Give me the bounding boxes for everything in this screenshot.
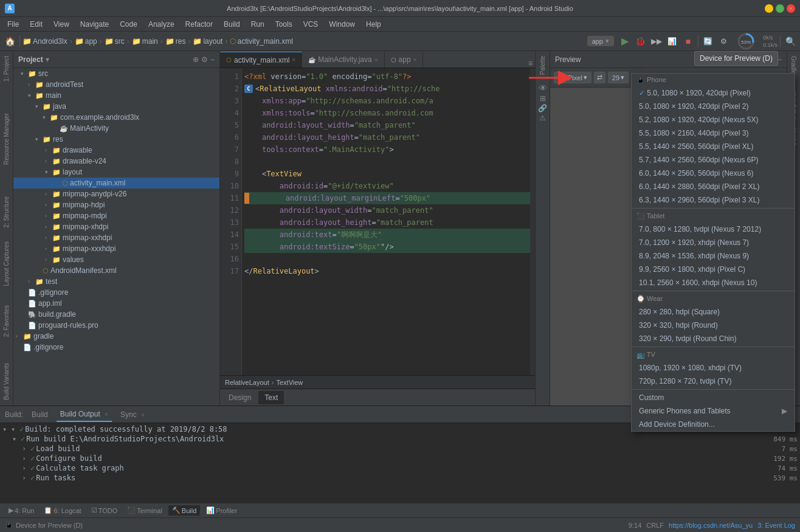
sidebar-resource-manager-icon[interactable]: Resource Manager bbox=[2, 111, 11, 167]
tree-item-src[interactable]: ▾ 📁 src bbox=[13, 68, 219, 79]
minimize-button[interactable]: − bbox=[765, 4, 773, 13]
event-log-link[interactable]: 3: Event Log bbox=[757, 522, 795, 529]
dropdown-generic-phones[interactable]: Generic Phones and Tablets ▶ bbox=[632, 404, 795, 418]
debug-button[interactable]: 🐞 bbox=[633, 34, 648, 49]
menu-view[interactable]: View bbox=[49, 19, 74, 30]
dropdown-nexus7[interactable]: 7.0, 1200 × 1920, xhdpi (Nexus 7) bbox=[632, 236, 795, 249]
sync-close[interactable]: × bbox=[141, 412, 145, 418]
breadcrumb-textview[interactable]: TextView bbox=[276, 379, 303, 386]
dropdown-pixel2xl[interactable]: 6.0, 1440 × 2880, 560dpi (Pixel 2 XL) bbox=[632, 180, 795, 193]
breadcrumb-android3lx[interactable]: 📁 Android3lx bbox=[22, 37, 67, 46]
tab-menu-btn[interactable]: ≡ bbox=[528, 59, 533, 67]
dropdown-nexus9[interactable]: 8.9, 2048 × 1536, xhdpi (Nexus 9) bbox=[632, 249, 795, 263]
terminal-action-tab[interactable]: ⬛ Terminal bbox=[123, 505, 166, 516]
settings-button[interactable]: ⚙ bbox=[717, 34, 731, 49]
tree-item-root-gitignore[interactable]: 📄 .gitignore bbox=[13, 342, 219, 353]
tree-item-activity-main-xml[interactable]: ⬡ activity_main.xml bbox=[13, 178, 219, 188]
tree-item-androidtest[interactable]: › 📁 androidTest bbox=[13, 79, 219, 90]
tree-item-test[interactable]: › 📁 test bbox=[13, 276, 219, 287]
dropdown-pixel3[interactable]: 5.5, 1080 × 2160, 440dpi (Pixel 3) bbox=[632, 126, 795, 140]
menu-run[interactable]: Run bbox=[246, 19, 269, 30]
tree-item-layout[interactable]: ▾ 📁 layout bbox=[13, 167, 219, 178]
layout-icon[interactable]: ⊞ bbox=[540, 94, 546, 103]
tab-close-java[interactable]: × bbox=[374, 57, 378, 63]
menu-help[interactable]: Help bbox=[361, 19, 386, 30]
logcat-action-tab[interactable]: 📋 6: Logcat bbox=[40, 505, 84, 516]
build-action-tab[interactable]: 🔨 Build bbox=[168, 505, 200, 516]
sidebar-structure-icon[interactable]: 2: Structure bbox=[2, 194, 11, 230]
dropdown-pixel3xl[interactable]: 6.3, 1440 × 2960, 560dpi (Pixel 3 XL) bbox=[632, 193, 795, 207]
breadcrumb-relative-layout[interactable]: RelativeLayout bbox=[225, 379, 269, 386]
sidebar-captures-icon[interactable]: Layout Captures bbox=[2, 239, 11, 288]
expand-6[interactable]: › bbox=[22, 474, 29, 482]
tree-item-gitignore[interactable]: 📄 .gitignore bbox=[13, 287, 219, 298]
sync-button[interactable]: 🔄 bbox=[701, 34, 716, 49]
dropdown-pixel2[interactable]: 5.0, 1080 × 1920, 420dpi (Pixel 2) bbox=[632, 100, 795, 113]
dropdown-round[interactable]: 320 × 320, hdpi (Round) bbox=[632, 319, 795, 332]
tree-item-mainactivity[interactable]: ☕ MainActivity bbox=[13, 123, 219, 134]
breadcrumb-main[interactable]: 📁 main bbox=[132, 37, 158, 46]
tree-item-java[interactable]: ▾ 📁 java bbox=[13, 101, 219, 112]
tab-mainactivity-java[interactable]: ☕ MainActivity.java × bbox=[302, 52, 384, 67]
menu-analyze[interactable]: Analyze bbox=[143, 19, 179, 30]
dropdown-pixel-c[interactable]: 9.9, 2560 × 1800, xhdpi (Pixel C) bbox=[632, 263, 795, 276]
menu-file[interactable]: File bbox=[2, 19, 24, 30]
tree-item-mipmap-xxhdpi[interactable]: › 📁 mipmap-xxhdpi bbox=[13, 232, 219, 243]
tree-item-drawable[interactable]: › 📁 drawable bbox=[13, 145, 219, 156]
tab-app[interactable]: ⬡ app × bbox=[385, 52, 424, 67]
tree-item-res[interactable]: ▾ 📁 res bbox=[13, 134, 219, 145]
tree-item-mipmap-mdpi[interactable]: › 📁 mipmap-mdpi bbox=[13, 210, 219, 221]
warning-toggle-icon[interactable]: ⚠ bbox=[539, 114, 546, 122]
menu-build[interactable]: Build bbox=[219, 19, 245, 30]
dropdown-add-device[interactable]: Add Device Definition... bbox=[632, 418, 795, 431]
dropdown-nexus6[interactable]: 6.0, 1440 × 2560, 560dpi (Nexus 6) bbox=[632, 167, 795, 180]
breadcrumb-layout[interactable]: 📁 layout bbox=[193, 37, 222, 46]
api-selector[interactable]: 29 ▾ bbox=[608, 72, 629, 83]
expand-4[interactable]: › bbox=[22, 454, 29, 463]
dropdown-nexus10[interactable]: 10.1, 2560 × 1600, xhdpi (Nexus 10) bbox=[632, 276, 795, 289]
tree-item-gradle-folder[interactable]: › 📁 gradle bbox=[13, 331, 219, 342]
tree-item-mipmap-anydpi[interactable]: › 📁 mipmap-anydpi-v26 bbox=[13, 188, 219, 199]
stop-button[interactable]: ■ bbox=[681, 34, 695, 49]
run-button[interactable]: ▶ bbox=[618, 34, 632, 49]
tab-design[interactable]: Design bbox=[222, 391, 257, 404]
tab-close-app[interactable]: × bbox=[413, 57, 417, 63]
dropdown-nexus7-2012[interactable]: 7.0, 800 × 1280, tvdpi (Nexus 7 2012) bbox=[632, 223, 795, 236]
tree-item-main[interactable]: ▾ 📁 main bbox=[13, 90, 219, 101]
device-selector[interactable]: 📱 Pixel ▾ bbox=[554, 72, 591, 83]
sidebar-variants-icon[interactable]: Build Variants bbox=[2, 361, 11, 402]
project-dropdown-arrow[interactable]: ▾ bbox=[46, 55, 49, 64]
tab-close-xml[interactable]: × bbox=[292, 57, 295, 63]
expand-2[interactable]: ▾ bbox=[12, 435, 19, 443]
preview-minimize-btn[interactable]: − bbox=[778, 55, 782, 64]
build-output-close[interactable]: × bbox=[105, 411, 108, 418]
breadcrumb-app[interactable]: 📁 app bbox=[75, 37, 97, 46]
code-content[interactable]: <?xml version= "1.0" encoding= "utf-8" ?… bbox=[242, 68, 535, 375]
menu-vcs[interactable]: VCS bbox=[298, 19, 323, 30]
expand-5[interactable]: › bbox=[22, 464, 29, 472]
maximize-button[interactable]: □ bbox=[776, 4, 784, 13]
sidebar-project-icon[interactable]: 1: Project bbox=[2, 54, 11, 84]
menu-navigate[interactable]: Navigate bbox=[75, 19, 114, 30]
dropdown-pixel-xl[interactable]: 5.5, 1440 × 2560, 560dpi (Pixel XL) bbox=[632, 140, 795, 153]
dropdown-nexus6p[interactable]: 5.7, 1440 × 2560, 560dpi (Nexus 6P) bbox=[632, 153, 795, 167]
responsive-btn[interactable]: ⇄ bbox=[594, 72, 605, 83]
sidebar-favorites-icon[interactable]: 2: Favorites bbox=[2, 303, 11, 339]
dropdown-pixel[interactable]: 5.0, 1080 × 1920, 420dpi (Pixel) bbox=[632, 86, 795, 100]
expand-3[interactable]: › bbox=[22, 444, 29, 453]
menu-edit[interactable]: Edit bbox=[25, 19, 47, 30]
search-button[interactable]: 🔍 bbox=[783, 34, 798, 49]
close-button[interactable]: × bbox=[787, 4, 795, 13]
run-action-tab[interactable]: ▶ 4: Run bbox=[5, 505, 38, 516]
project-settings-btn[interactable]: ⚙ bbox=[201, 55, 208, 64]
build-output-tab[interactable]: Build Output × bbox=[57, 407, 112, 422]
tab-activity-main-xml[interactable]: ⬡ activity_main.xml × bbox=[220, 52, 302, 67]
link-icon[interactable]: 🔗 bbox=[538, 104, 547, 112]
tree-item-build-gradle[interactable]: 🐘 build.gradle bbox=[13, 309, 219, 320]
tree-item-manifest[interactable]: ⬡ AndroidManifest.xml bbox=[13, 265, 219, 276]
profile-button[interactable]: 📊 bbox=[665, 34, 680, 49]
tree-item-drawable-v24[interactable]: › 📁 drawable-v24 bbox=[13, 156, 219, 167]
breadcrumb-res[interactable]: 📁 res bbox=[165, 37, 186, 46]
eye-icon[interactable]: 👁 bbox=[539, 83, 547, 93]
menu-window[interactable]: Window bbox=[324, 19, 360, 30]
